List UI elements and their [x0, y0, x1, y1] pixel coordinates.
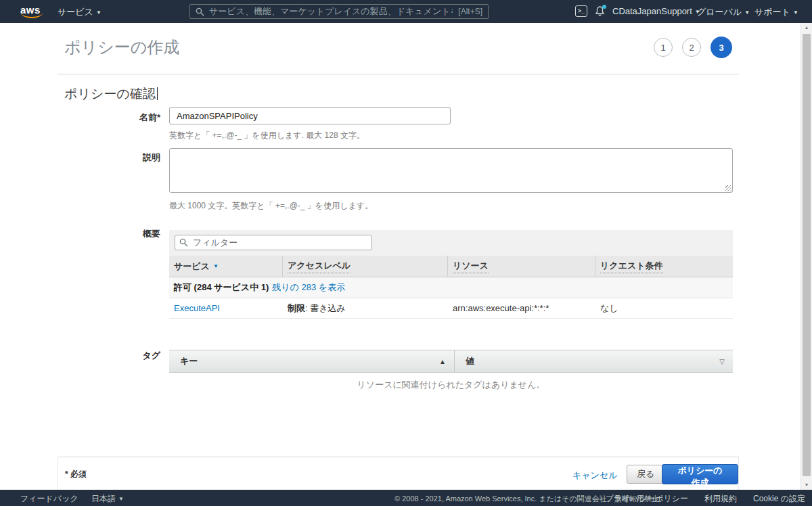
table-row: ExecuteAPI 制限: 書き込み arn:aws:execute-api:…: [169, 298, 733, 319]
header-resource[interactable]: リソース: [448, 256, 595, 277]
tags-table: キー ▲ 値 ▽ リソースに関連付けられたタグはありません。: [169, 350, 733, 397]
summary-table: サービス▼ アクセスレベル リソース リクエスト条件 許可 (284 サービス中…: [169, 256, 733, 319]
header-access-level[interactable]: アクセスレベル: [283, 256, 448, 277]
header-request-condition[interactable]: リクエスト条件: [595, 256, 733, 277]
name-label: 名前*: [64, 112, 160, 124]
tags-value-header[interactable]: 値 ▽: [455, 355, 733, 367]
access-level-cell: 制限: 書き込み: [283, 302, 448, 315]
step-1[interactable]: 1: [654, 38, 673, 57]
account-menu[interactable]: CDataJapanSupport▼: [612, 6, 700, 16]
step-2[interactable]: 2: [682, 38, 701, 57]
notifications-bell-icon[interactable]: [595, 5, 607, 18]
scroll-up-arrow[interactable]: ▲: [801, 23, 812, 32]
terms-link[interactable]: 利用規約: [704, 493, 737, 505]
chevron-down-icon: ▼: [744, 9, 750, 16]
support-menu[interactable]: サポート▼: [754, 6, 798, 18]
allow-group-label: 許可 (284 サービス中 1): [174, 281, 269, 294]
resource-cell: arn:aws:execute-api:*:*:*: [448, 303, 595, 313]
create-policy-button[interactable]: ポリシーの作成: [662, 464, 738, 484]
scrollbar-thumb[interactable]: [803, 34, 811, 476]
header-service[interactable]: サービス▼: [169, 256, 283, 277]
header-divider: [58, 74, 739, 74]
chevron-down-icon: ▼: [118, 496, 124, 502]
section-heading: ポリシーの確認: [64, 85, 158, 103]
service-link[interactable]: ExecuteAPI: [174, 303, 220, 313]
bottom-action-bar: * 必須 キャンセル 戻る ポリシーの作成: [58, 457, 739, 490]
filter-input[interactable]: [175, 235, 372, 250]
summary-label: 概要: [64, 228, 160, 240]
services-menu[interactable]: サービス▼: [58, 6, 102, 18]
service-cell: ExecuteAPI: [169, 303, 283, 313]
text-cursor: [157, 87, 158, 100]
condition-cell: なし: [595, 302, 733, 315]
aws-logo[interactable]: aws: [20, 4, 41, 16]
tags-key-header[interactable]: キー ▲: [169, 350, 455, 373]
search-placeholder: サービス、機能、マーケットプレイスの製品、ドキュメントを検索し: [209, 5, 453, 18]
vertical-scrollbar[interactable]: ▲ ▼: [800, 23, 812, 490]
sort-descending-icon[interactable]: ▽: [719, 358, 725, 365]
required-note: * 必須: [65, 469, 87, 480]
step-indicator: 1 2 3: [654, 37, 732, 58]
iam-create-policy-page: aws サービス▼ サービス、機能、マーケットプレイスの製品、ドキュメントを検索…: [0, 0, 812, 506]
search-icon: [196, 7, 204, 16]
footer-bar: フィードバック 日本語▼ © 2008 - 2021, Amazon Web S…: [0, 490, 812, 506]
description-hint: 最大 1000 文字。英数字と「 +=,.@-_ 」を使用します。: [169, 200, 373, 212]
tags-label: タグ: [64, 350, 160, 362]
search-shortcut: [Alt+S]: [458, 7, 482, 16]
back-button[interactable]: 戻る: [627, 465, 664, 484]
sort-ascending-icon[interactable]: ▲: [439, 358, 446, 365]
chevron-down-icon: ▼: [793, 9, 798, 16]
tags-empty-message: リソースに関連付けられたタグはありません。: [169, 373, 733, 397]
step-3-active: 3: [710, 37, 732, 58]
chevron-down-icon: ▼: [96, 9, 102, 16]
cancel-link[interactable]: キャンセル: [572, 469, 618, 482]
footer-links: プライバシーポリシー 利用規約 Cookie の設定: [606, 493, 805, 505]
privacy-policy-link[interactable]: プライバシーポリシー: [606, 493, 688, 505]
textarea-resize-handle[interactable]: [725, 185, 731, 191]
tags-table-header: キー ▲ 値 ▽: [169, 350, 733, 373]
policy-name-input[interactable]: [169, 107, 451, 124]
description-label: 説明: [64, 152, 160, 164]
top-navigation-bar: aws サービス▼ サービス、機能、マーケットプレイスの製品、ドキュメントを検索…: [0, 0, 812, 23]
allow-group-row: 許可 (284 サービス中 1) 残りの 283 を表示: [169, 277, 733, 298]
cloudshell-icon[interactable]: >_: [575, 5, 587, 17]
summary-filter-bar: [169, 230, 733, 256]
feedback-link[interactable]: フィードバック: [20, 493, 78, 505]
page-title: ポリシーの作成: [64, 37, 179, 58]
notification-dot: [602, 5, 606, 9]
summary-table-header: サービス▼ アクセスレベル リソース リクエスト条件: [169, 256, 733, 277]
scroll-down-arrow[interactable]: ▼: [801, 480, 812, 490]
region-menu[interactable]: グローバル▼: [697, 6, 750, 18]
language-selector[interactable]: 日本語▼: [91, 493, 124, 505]
sort-desc-icon: ▼: [213, 263, 219, 269]
policy-description-textarea[interactable]: [169, 148, 733, 193]
show-remaining-link[interactable]: 残りの 283 を表示: [272, 281, 345, 294]
name-hint: 英数字と「 +=,.@-_ 」を使用します. 最大 128 文字。: [169, 130, 365, 141]
search-input[interactable]: サービス、機能、マーケットプレイスの製品、ドキュメントを検索し [Alt+S]: [189, 4, 489, 19]
cookie-settings-link[interactable]: Cookie の設定: [753, 493, 805, 505]
